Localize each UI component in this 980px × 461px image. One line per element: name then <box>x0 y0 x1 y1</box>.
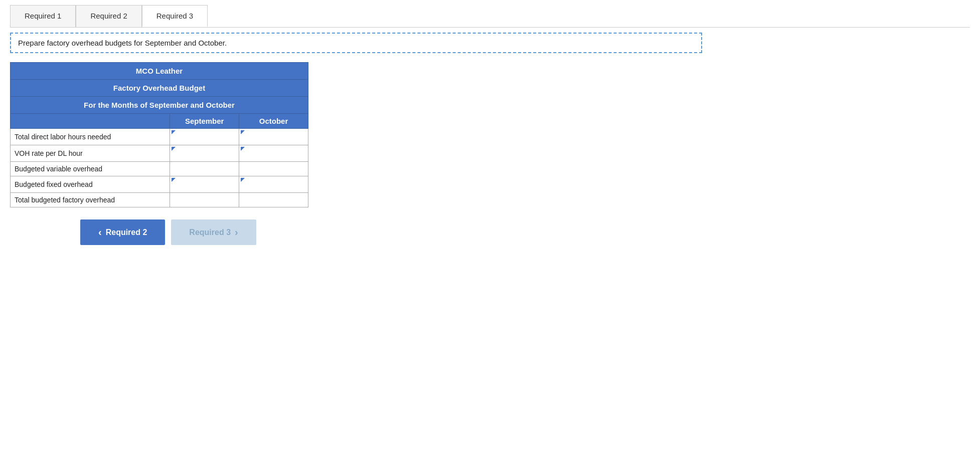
tabs-bar: Required 1 Required 2 Required 3 <box>10 5 970 27</box>
col-header-october: October <box>239 114 308 129</box>
tab-required-2[interactable]: Required 2 <box>76 5 141 27</box>
table-row: Total direct labor hours needed <box>11 129 308 145</box>
flag-oct-0 <box>241 130 245 134</box>
sep-cell-3[interactable] <box>170 176 239 193</box>
oct-cell-1[interactable] <box>239 145 308 162</box>
input-oct-0[interactable] <box>239 129 308 145</box>
oct-cell-2 <box>239 162 308 176</box>
chevron-right-icon <box>235 226 238 238</box>
instruction-box: Prepare factory overhead budgets for Sep… <box>10 33 702 53</box>
oct-cell-4 <box>239 193 308 207</box>
input-sep-3[interactable] <box>170 176 239 192</box>
tab-divider <box>10 27 970 28</box>
budget-table: MCO Leather Factory Overhead Budget For … <box>10 62 308 207</box>
table-body: Total direct labor hours neededVOH rate … <box>11 129 308 207</box>
table-row: Budgeted variable overhead <box>11 162 308 176</box>
tab-required-1-label: Required 1 <box>25 12 61 20</box>
table-title-3: For the Months of September and October <box>11 97 308 114</box>
table-title-row-1: MCO Leather <box>11 63 308 80</box>
flag-oct-1 <box>241 147 245 151</box>
oct-cell-0[interactable] <box>239 129 308 145</box>
table-title-1: MCO Leather <box>11 63 308 80</box>
tab-required-3[interactable]: Required 3 <box>142 5 208 27</box>
input-sep-0[interactable] <box>170 129 239 145</box>
col-label-empty <box>11 114 170 129</box>
next-button-label: Required 3 <box>189 228 231 237</box>
instruction-text: Prepare factory overhead budgets for Sep… <box>18 39 227 47</box>
flag-oct-3 <box>241 178 245 182</box>
table-title-2: Factory Overhead Budget <box>11 80 308 97</box>
row-label-2: Budgeted variable overhead <box>11 162 170 176</box>
flag-sep-1 <box>172 147 176 151</box>
prev-button-label: Required 2 <box>106 228 147 237</box>
table-row: VOH rate per DL hour <box>11 145 308 162</box>
nav-buttons: Required 2 Required 3 <box>80 219 970 245</box>
chevron-left-icon <box>98 226 102 238</box>
table-col-headers: September October <box>11 114 308 129</box>
row-label-3: Budgeted fixed overhead <box>11 176 170 193</box>
table-row: Budgeted fixed overhead <box>11 176 308 193</box>
flag-sep-0 <box>172 130 176 134</box>
next-button[interactable]: Required 3 <box>171 219 256 245</box>
row-label-1: VOH rate per DL hour <box>11 145 170 162</box>
table-row: Total budgeted factory overhead <box>11 193 308 207</box>
table-title-row-3: For the Months of September and October <box>11 97 308 114</box>
sep-cell-1[interactable] <box>170 145 239 162</box>
sep-cell-2 <box>170 162 239 176</box>
sep-cell-4 <box>170 193 239 207</box>
prev-button[interactable]: Required 2 <box>80 219 165 245</box>
row-label-4: Total budgeted factory overhead <box>11 193 170 207</box>
input-sep-1[interactable] <box>170 145 239 161</box>
budget-table-container: MCO Leather Factory Overhead Budget For … <box>10 62 308 207</box>
col-header-september: September <box>170 114 239 129</box>
input-oct-3[interactable] <box>239 176 308 192</box>
table-title-row-2: Factory Overhead Budget <box>11 80 308 97</box>
row-label-0: Total direct labor hours needed <box>11 129 170 145</box>
oct-cell-3[interactable] <box>239 176 308 193</box>
input-oct-1[interactable] <box>239 145 308 161</box>
tab-required-2-label: Required 2 <box>90 12 127 20</box>
tab-required-1[interactable]: Required 1 <box>10 5 76 27</box>
tab-required-3-label: Required 3 <box>156 12 193 20</box>
sep-cell-0[interactable] <box>170 129 239 145</box>
flag-sep-3 <box>172 178 176 182</box>
